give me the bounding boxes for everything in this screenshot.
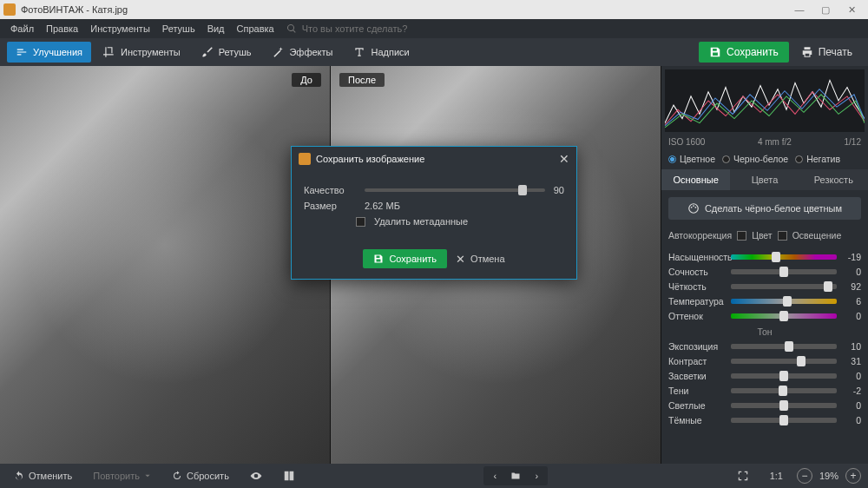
sliders-panel: Насыщенность-19Сочность0Чёткость92Темпер… [661,244,868,464]
adjust-subtabs: Основные Цвета Резкость [661,169,868,190]
slider-track[interactable] [731,254,837,260]
tab-effects[interactable]: Эффекты [263,42,341,63]
slider-track[interactable] [731,359,837,364]
radio-bw[interactable]: Черно-белое [722,154,788,164]
quality-value: 90 [554,185,564,195]
slider-value: 0 [840,415,861,425]
dialog-title: Сохранить изображение [316,154,424,164]
slider-track[interactable] [731,403,837,408]
window-titlebar: ФотоВИНТАЖ - Катя.jpg — ▢ ✕ [0,0,868,19]
quality-slider[interactable] [365,188,545,192]
slider-track[interactable] [731,344,837,349]
tab-text[interactable]: Надписи [345,42,418,63]
zoom-in-button[interactable]: + [845,468,861,484]
slider-label: Насыщенность [668,252,727,262]
metadata-checkbox[interactable] [356,217,365,227]
slider-Температура: Температура6 [668,296,861,307]
slider-Тени: Тени-2 [668,386,861,396]
radio-negative[interactable]: Негатив [795,154,840,164]
tab-enhancements[interactable]: Улучшения [7,42,91,63]
reset-button[interactable]: Сбросить [165,468,236,484]
slider-Оттенок: Оттенок0 [668,311,861,321]
slider-track[interactable] [731,299,837,304]
slider-label: Светлые [668,400,727,411]
menu-view[interactable]: Вид [202,22,230,36]
slider-value: 6 [840,296,861,307]
tone-section-label: Тон [668,326,861,337]
subtab-colors[interactable]: Цвета [730,169,799,190]
crop-icon [103,46,115,58]
prev-file-button[interactable]: ‹ [485,468,504,484]
slider-label: Сочность [668,267,727,277]
size-value: 2.62 МБ [365,201,400,211]
slider-value: 0 [840,371,861,381]
svg-point-3 [694,207,696,208]
print-button[interactable]: Печать [792,42,861,63]
menu-help[interactable]: Справка [232,22,279,36]
slider-label: Температура [668,296,727,307]
save-button[interactable]: Сохранить [699,42,789,63]
slider-track[interactable] [731,313,837,319]
slider-track[interactable] [731,373,837,379]
slider-Засветки: Засветки0 [668,371,861,381]
slider-value: -2 [840,386,861,396]
zoom-11-button[interactable]: 1:1 [763,468,790,484]
slider-Насыщенность: Насыщенность-19 [668,252,861,262]
menu-retouch[interactable]: Ретушь [157,22,201,36]
slider-label: Тени [668,386,727,396]
slider-value: 92 [840,281,861,292]
slider-label: Засветки [668,371,727,381]
slider-label: Контраст [668,356,727,366]
maximize-button[interactable]: ▢ [812,1,838,18]
slider-track[interactable] [731,418,837,423]
next-file-button[interactable]: › [527,468,546,484]
printer-icon [801,46,813,58]
exif-info: ISO 1600 4 mm f/2 1/12 [661,135,868,148]
open-folder-button[interactable] [506,468,525,484]
menu-tools[interactable]: Инструменты [85,22,155,36]
text-icon [353,46,365,58]
tab-tools[interactable]: Инструменты [95,42,189,63]
fit-screen-button[interactable] [730,467,756,485]
slider-value: 0 [840,311,861,321]
dialog-cancel-button[interactable]: ✕ Отмена [456,253,504,266]
dialog-titlebar[interactable]: Сохранить изображение ✕ [292,147,576,171]
subtab-sharpness[interactable]: Резкость [799,169,868,190]
search-icon [286,23,297,34]
histogram[interactable] [665,69,865,132]
slider-track[interactable] [731,284,837,289]
menu-bar: Файл Правка Инструменты Ретушь Вид Справ… [0,19,868,38]
exposure-value: 1/12 [845,137,861,147]
zoom-value: 19% [819,471,838,481]
slider-Светлые: Светлые0 [668,400,861,411]
iso-value: ISO 1600 [668,137,705,147]
slider-label: Чёткость [668,281,727,292]
slider-track[interactable] [731,269,837,274]
dialog-close-button[interactable]: ✕ [559,152,569,166]
undo-icon [14,471,24,481]
eye-toggle[interactable] [243,467,269,485]
tab-retouch[interactable]: Ретушь [193,42,260,63]
search-input[interactable] [302,23,441,34]
radio-color[interactable]: Цветное [668,154,715,164]
size-label: Размер [304,201,356,211]
slider-track[interactable] [731,388,837,393]
brush-icon [201,46,214,58]
undo-button[interactable]: Отменить [7,468,79,484]
menu-edit[interactable]: Правка [41,22,83,36]
minimize-button[interactable]: — [786,1,812,18]
colorize-bw-button[interactable]: Сделать чёрно-белое цветным [668,197,861,220]
menu-file[interactable]: Файл [5,22,39,36]
autocorrect-light-checkbox[interactable] [778,231,787,241]
slider-value: 10 [840,341,861,352]
before-label: До [292,73,321,87]
autocorrect-color-checkbox[interactable] [737,231,746,241]
save-icon [373,254,384,264]
redo-button[interactable]: Повторить [86,468,158,484]
close-window-button[interactable]: ✕ [838,1,865,18]
compare-toggle[interactable] [276,467,302,485]
dialog-save-button[interactable]: Сохранить [363,249,447,268]
zoom-out-button[interactable]: − [797,468,812,484]
eye-icon [250,470,262,482]
subtab-basic[interactable]: Основные [661,169,730,190]
